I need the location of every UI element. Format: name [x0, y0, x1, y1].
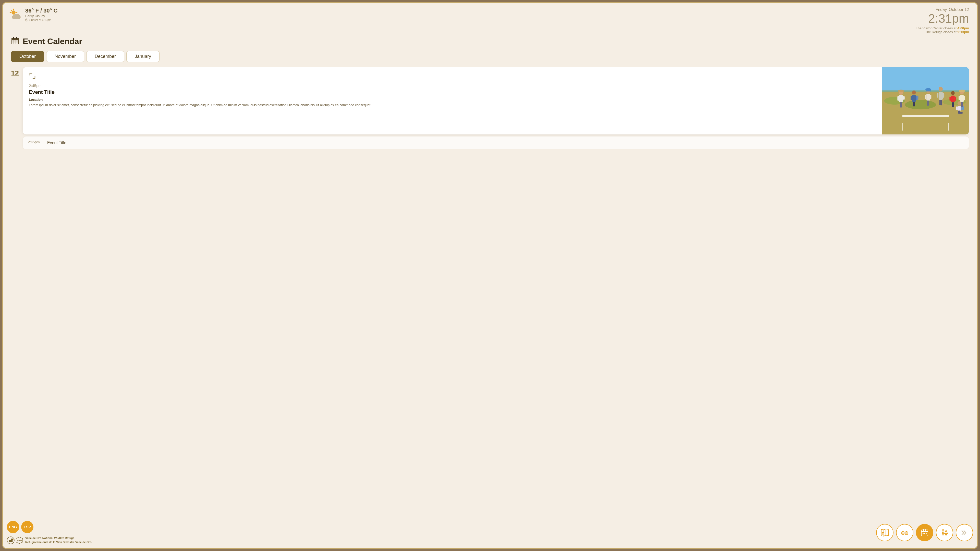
event-card-secondary[interactable]: 2:45pm Event Title [23, 137, 372, 149]
event-card-featured[interactable]: 2:45pm Event Title Location Lorem ipsum … [23, 67, 372, 135]
weather-icon [9, 8, 22, 21]
weather-condition: Partly Cloudy [25, 14, 57, 18]
month-tabs: October November December January [11, 51, 372, 62]
weather-section: 86° F / 30° C Partly Cloudy Sunset at 6:… [9, 7, 57, 21]
tab-december[interactable]: December [86, 51, 124, 62]
event-cards-col: 2:45pm Event Title Location Lorem ipsum … [23, 67, 372, 149]
page-header: Event Calendar [11, 37, 372, 46]
weather-text: 86° F / 30° C Partly Cloudy Sunset at 6:… [25, 7, 57, 21]
secondary-event-time: 2:45pm [28, 140, 43, 144]
svg-point-0 [11, 11, 16, 14]
svg-rect-23 [13, 37, 14, 39]
header: 86° F / 30° C Partly Cloudy Sunset at 6:… [3, 3, 372, 37]
svg-rect-10 [13, 17, 20, 19]
date-number: 12 [11, 69, 19, 77]
sunset-time: Sunset at 6:13pm [25, 18, 57, 21]
tab-october[interactable]: October [11, 51, 44, 62]
event-type-icon [29, 72, 372, 81]
event-time: 2:45pm [29, 83, 372, 88]
page-title: Event Calendar [23, 37, 82, 46]
event-list: 12 [11, 67, 372, 149]
date-row-12: 12 [11, 67, 372, 149]
svg-point-12 [26, 19, 27, 21]
tab-january[interactable]: January [126, 51, 159, 62]
event-title: Event Title [29, 89, 372, 95]
event-description: Lorem ipsum dolor sit amet, consectetur … [29, 103, 372, 108]
page-calendar-icon [11, 37, 19, 46]
event-location-label: Location [29, 98, 372, 102]
tab-november[interactable]: November [46, 51, 84, 62]
svg-rect-24 [16, 37, 17, 39]
svg-line-5 [11, 10, 12, 11]
temperature: 86° F / 30° C [25, 7, 57, 14]
svg-rect-22 [11, 38, 19, 40]
secondary-event-title: Event Title [47, 141, 66, 145]
event-card-content: 2:45pm Event Title Location Lorem ipsum … [23, 67, 372, 135]
main-content: Event Calendar October November December… [3, 37, 372, 149]
